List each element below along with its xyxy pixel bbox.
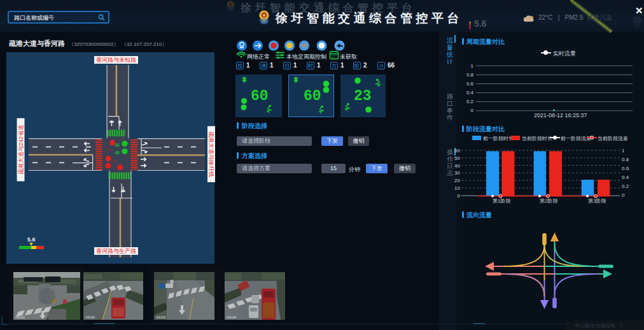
svg-text:45: 45 <box>113 159 116 163</box>
svg-text:43: 43 <box>115 150 120 155</box>
svg-text:GK02: GK02 <box>85 315 95 319</box>
svg-text:GK01: GK01 <box>15 315 25 319</box>
svg-text:60: 60 <box>304 88 321 104</box>
svg-text:60: 60 <box>251 88 269 104</box>
svg-text:46: 46 <box>107 148 111 152</box>
svg-text:GK04: GK04 <box>227 315 237 319</box>
svg-text:46: 46 <box>116 166 120 169</box>
svg-text:5.6: 5.6 <box>27 236 36 243</box>
svg-text:43: 43 <box>115 143 120 147</box>
svg-text:GK03: GK03 <box>156 315 166 319</box>
svg-text:23: 23 <box>354 88 372 104</box>
